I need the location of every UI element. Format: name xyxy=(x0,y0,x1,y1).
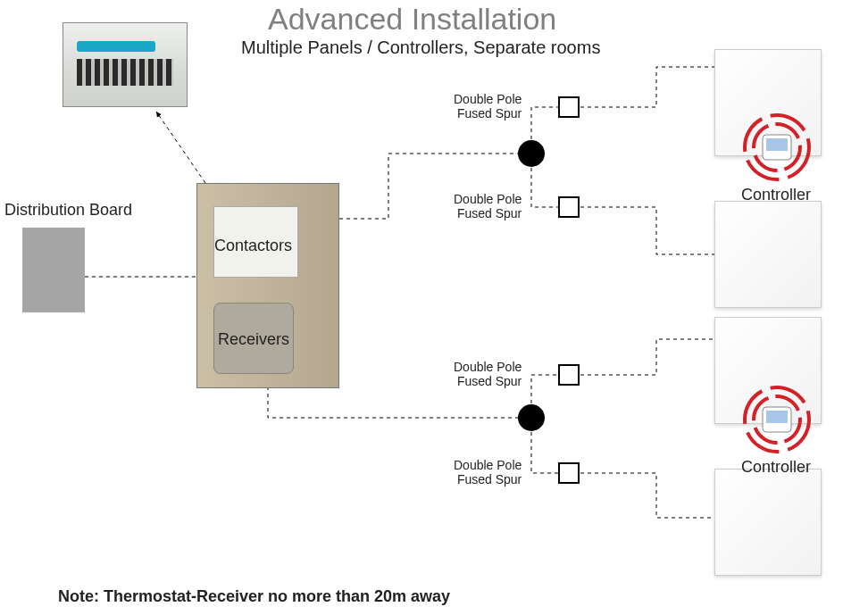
receivers-label: Receivers xyxy=(218,330,289,349)
heating-panel-2 xyxy=(714,201,822,308)
spur-label-1: Double Pole Fused Spur xyxy=(454,92,522,121)
fused-spur-1 xyxy=(558,96,580,118)
distribution-board-label: Distribution Board xyxy=(4,201,132,220)
controller-label-2: Controller xyxy=(741,458,811,477)
spur-label-4: Double Pole Fused Spur xyxy=(454,458,522,486)
central-unit-photo xyxy=(196,183,339,388)
spur-label-3: Double Pole Fused Spur xyxy=(454,360,522,388)
fused-spur-3 xyxy=(558,364,580,386)
controller-label-1: Controller xyxy=(741,186,811,204)
fused-spur-2 xyxy=(558,196,580,218)
controller-1 xyxy=(741,112,813,183)
heating-panel-4 xyxy=(714,469,822,576)
svg-rect-4 xyxy=(766,138,788,151)
svg-line-0 xyxy=(156,112,205,183)
footnote-text: Note: Thermostat-Receiver no more than 2… xyxy=(58,587,450,606)
junction-node-2 xyxy=(518,404,545,431)
contactors-label: Contactors xyxy=(214,237,292,255)
controller-2 xyxy=(741,384,813,455)
svg-rect-8 xyxy=(766,411,788,423)
fused-spur-4 xyxy=(558,462,580,484)
breaker-panel-photo xyxy=(63,22,188,107)
spur-label-2: Double Pole Fused Spur xyxy=(454,192,522,220)
page-title: Advanced Installation xyxy=(268,2,556,37)
distribution-board-box xyxy=(22,228,85,312)
junction-node-1 xyxy=(518,140,545,167)
page-subtitle: Multiple Panels / Controllers, Separate … xyxy=(241,37,600,58)
